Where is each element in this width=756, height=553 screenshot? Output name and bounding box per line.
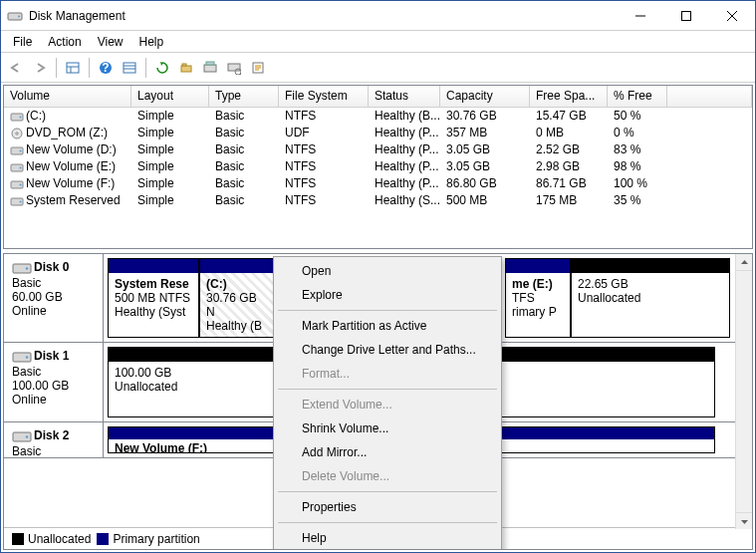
- list-button[interactable]: [119, 57, 140, 79]
- menu-bar: File Action View Help: [1, 31, 755, 53]
- forward-button[interactable]: [29, 57, 51, 79]
- volume-row[interactable]: New Volume (F:)SimpleBasicNTFSHealthy (P…: [4, 175, 752, 192]
- menu-item-delete: Delete Volume...: [276, 464, 499, 488]
- svg-point-38: [26, 267, 28, 269]
- drive-icon: [10, 195, 24, 207]
- cell: 2.52 GB: [530, 141, 608, 158]
- partition-info: me (E:)TFSrimary P: [506, 273, 570, 337]
- cell: 35 %: [608, 192, 667, 209]
- cell: Healthy (P...: [369, 125, 440, 141]
- svg-rect-17: [206, 62, 214, 65]
- disk-header[interactable]: Disk 0Basic60.00 GBOnline: [4, 254, 104, 342]
- cell: New Volume (F:): [4, 175, 131, 192]
- cell: Simple: [131, 192, 209, 209]
- scroll-up-icon[interactable]: [736, 254, 752, 271]
- volume-row[interactable]: New Volume (E:)SimpleBasicNTFSHealthy (P…: [4, 158, 752, 175]
- volume-row[interactable]: (C:)SimpleBasicNTFSHealthy (B...30.76 GB…: [4, 108, 752, 125]
- svg-rect-14: [181, 66, 191, 72]
- volume-list: VolumeLayoutTypeFile SystemStatusCapacit…: [3, 85, 753, 249]
- svg-point-42: [26, 435, 28, 437]
- menu-file[interactable]: File: [5, 33, 40, 51]
- cell: NTFS: [279, 175, 369, 192]
- menu-view[interactable]: View: [90, 33, 131, 51]
- column-header[interactable]: Capacity: [440, 86, 530, 107]
- close-button[interactable]: [709, 1, 755, 30]
- cell: DVD_ROM (Z:): [4, 125, 131, 141]
- cell: 0 MB: [530, 125, 608, 141]
- cell: 2.98 GB: [530, 158, 608, 175]
- partition[interactable]: System Rese500 MB NTFSHealthy (Syst: [108, 258, 199, 338]
- settings-top-button[interactable]: [199, 57, 221, 79]
- vertical-scrollbar[interactable]: [735, 254, 752, 529]
- volume-row[interactable]: New Volume (D:)SimpleBasicNTFSHealthy (P…: [4, 141, 752, 158]
- content: VolumeLayoutTypeFile SystemStatusCapacit…: [1, 83, 755, 552]
- back-button[interactable]: [5, 57, 27, 79]
- menu-action[interactable]: Action: [40, 33, 89, 51]
- menu-item-explore[interactable]: Explore: [276, 283, 499, 307]
- menu-item-change-letter[interactable]: Change Drive Letter and Paths...: [276, 338, 499, 362]
- menu-item-mark-active[interactable]: Mark Partition as Active: [276, 314, 499, 338]
- cell: NTFS: [279, 158, 369, 175]
- toolbar: ?: [1, 53, 755, 83]
- refresh-button[interactable]: [151, 57, 173, 79]
- cell: System Reserved: [4, 192, 131, 209]
- svg-line-20: [240, 74, 241, 75]
- rescan-button[interactable]: [175, 57, 197, 79]
- svg-rect-15: [182, 64, 186, 66]
- help-button[interactable]: ?: [95, 57, 117, 79]
- disk-header[interactable]: Disk 1Basic100.00 GBOnline: [4, 343, 104, 421]
- maximize-button[interactable]: [663, 1, 709, 30]
- volume-row[interactable]: DVD_ROM (Z:)SimpleBasicUDFHealthy (P...3…: [4, 125, 752, 141]
- minimize-button[interactable]: [618, 1, 663, 30]
- svg-rect-11: [124, 63, 135, 73]
- properties-button[interactable]: [247, 57, 269, 79]
- legend-primary-swatch: [97, 533, 109, 545]
- menu-item-shrink[interactable]: Shrink Volume...: [276, 416, 499, 440]
- drive-icon: [10, 111, 24, 123]
- svg-rect-18: [228, 64, 240, 71]
- partition-color-bar: [506, 259, 570, 273]
- svg-point-28: [16, 133, 18, 135]
- svg-rect-3: [682, 11, 691, 20]
- column-header[interactable]: Type: [209, 86, 279, 107]
- menu-item-open[interactable]: Open: [276, 259, 499, 283]
- show-hide-button[interactable]: [62, 57, 84, 79]
- cell: Basic: [209, 141, 279, 158]
- partition-color-bar: [109, 259, 198, 273]
- volume-row[interactable]: System ReservedSimpleBasicNTFSHealthy (S…: [4, 192, 752, 209]
- menu-item-format: Format...: [276, 362, 499, 386]
- column-header[interactable]: Free Spa...: [530, 86, 608, 107]
- column-header[interactable]: Layout: [131, 86, 209, 107]
- menu-item-add-mirror[interactable]: Add Mirror...: [276, 440, 499, 464]
- cell: 15.47 GB: [530, 108, 608, 125]
- column-header[interactable]: File System: [279, 86, 369, 107]
- disk-management-window: Disk Management File Action View Help ? …: [0, 0, 756, 553]
- svg-point-30: [20, 149, 22, 151]
- partition[interactable]: (C:)30.76 GB NHealthy (B: [199, 258, 274, 338]
- svg-point-1: [18, 15, 20, 17]
- partition[interactable]: me (E:)TFSrimary P: [505, 258, 571, 338]
- menu-item-properties[interactable]: Properties: [276, 495, 499, 519]
- scroll-down-icon[interactable]: [736, 512, 752, 529]
- column-header[interactable]: Volume: [4, 86, 131, 107]
- menu-help[interactable]: Help: [131, 33, 172, 51]
- column-header[interactable]: % Free: [608, 86, 667, 107]
- cell: UDF: [279, 125, 369, 141]
- disk-header[interactable]: Disk 2Basic: [4, 422, 104, 457]
- menu-item-help[interactable]: Help: [276, 526, 499, 550]
- svg-rect-16: [204, 65, 216, 72]
- cell: 357 MB: [440, 125, 530, 141]
- column-header[interactable]: Status: [369, 86, 440, 107]
- legend-unallocated-swatch: [12, 533, 24, 545]
- cell: Basic: [209, 108, 279, 125]
- drive-icon: [10, 144, 24, 156]
- cell: NTFS: [279, 192, 369, 209]
- partition[interactable]: 22.65 GBUnallocated: [571, 258, 730, 338]
- cell: 3.05 GB: [440, 158, 530, 175]
- window-title: Disk Management: [29, 9, 618, 23]
- cell: 175 MB: [530, 192, 608, 209]
- cell: Healthy (P...: [369, 158, 440, 175]
- cell: NTFS: [279, 141, 369, 158]
- cell: (C:): [4, 108, 131, 125]
- settings-bottom-button[interactable]: [223, 57, 245, 79]
